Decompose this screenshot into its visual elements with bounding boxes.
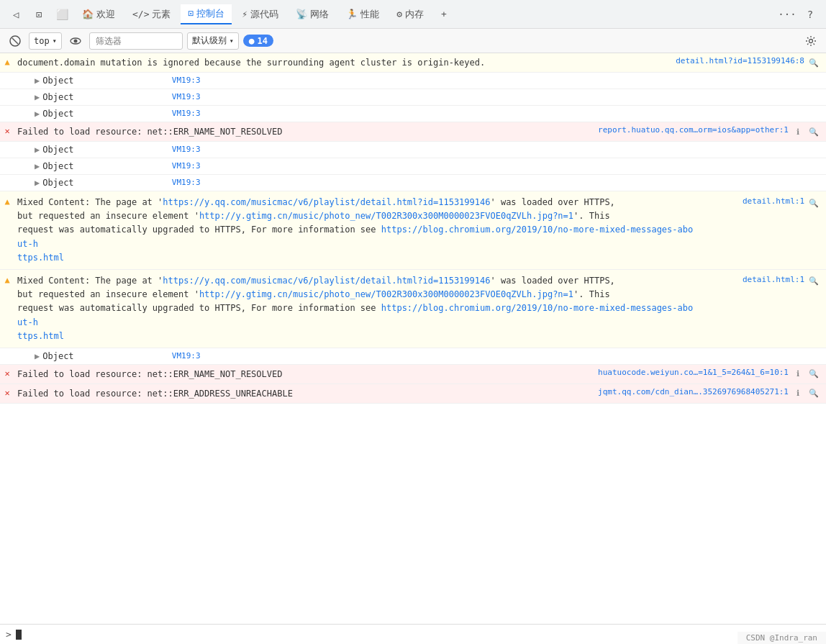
console-row: ▶ Object VM19:3 — [0, 158, 826, 175]
search-icon[interactable]: 🔍 — [807, 56, 820, 69]
expand-arrow-icon[interactable]: ▶ — [35, 161, 40, 171]
console-content: ▲ document.domain mutation is ignored be… — [0, 53, 826, 624]
nav-device-btn[interactable]: ⬜ — [52, 4, 72, 24]
clear-console-btn[interactable] — [6, 32, 24, 50]
tab-elements[interactable]: </> 元素 — [125, 5, 178, 24]
help-btn[interactable]: ? — [800, 4, 820, 24]
eye-icon — [70, 35, 81, 47]
info-icon[interactable]: ℹ — [791, 387, 804, 400]
object-toggle[interactable]: ▶ Object — [14, 143, 77, 156]
row-source[interactable]: VM19:3 — [77, 176, 206, 189]
context-arrow-icon: ▾ — [53, 37, 57, 45]
row-source[interactable]: report.huatuo.qq.com…orm=ios&app=other:1… — [595, 124, 826, 140]
eye-btn[interactable] — [66, 32, 85, 50]
console-cursor — [16, 630, 22, 640]
nav-more: ··· ? — [777, 4, 820, 24]
context-selector[interactable]: top ▾ — [29, 32, 62, 50]
mixed-content-page-link[interactable]: https://y.qq.com/musicmac/v6/playlist/de… — [163, 197, 490, 207]
console-row: ✕ Failed to load resource: net::ERR_NAME… — [0, 122, 826, 142]
nav-inspect-btn[interactable]: ⊡ — [29, 4, 49, 24]
expand-arrow-icon[interactable]: ▶ — [35, 145, 40, 155]
console-row: ▶ Object VM19:3 — [0, 106, 826, 122]
console-row: ▶ Object VM19:3 — [0, 89, 826, 106]
row-source[interactable]: detail.html:1 🔍 — [696, 194, 826, 211]
mixed-content-resource-link-2[interactable]: http://y.gtimg.cn/music/photo_new/T002R3… — [199, 289, 573, 299]
console-row: ▲ Mixed Content: The page at 'https://y.… — [0, 191, 826, 270]
filter-input[interactable] — [89, 32, 183, 50]
object-toggle[interactable]: ▶ Object — [14, 176, 77, 189]
object-toggle[interactable]: ▶ Object — [14, 160, 77, 173]
expand-arrow-icon[interactable]: ▶ — [35, 351, 40, 361]
expand-arrow-icon[interactable]: ▶ — [35, 92, 40, 102]
row-source[interactable]: detail.html?id=1153199146:8 🔍 — [673, 55, 826, 71]
network-icon: 📡 — [296, 9, 307, 19]
object-toggle[interactable]: ▶ Object — [14, 74, 77, 87]
tab-network[interactable]: 📡 网络 — [289, 5, 336, 24]
welcome-icon: 🏠 — [82, 9, 94, 19]
spacer-icon — [0, 91, 14, 93]
spacer-icon — [0, 74, 14, 76]
tab-add[interactable]: + — [434, 6, 454, 22]
error-icon: ✕ — [0, 366, 14, 378]
warning-icon: ▲ — [0, 273, 14, 285]
row-source[interactable]: VM19:3 — [77, 350, 206, 362]
row-source[interactable]: VM19:3 — [77, 107, 206, 119]
svg-line-1 — [12, 38, 18, 44]
expand-arrow-icon[interactable]: ▶ — [35, 178, 40, 188]
console-input-row: > — [0, 624, 826, 644]
tab-source[interactable]: ⚡ 源代码 — [235, 5, 286, 24]
toolbar: top ▾ 默认级别 ▾ ● 14 — [0, 29, 826, 53]
console-prompt: > — [6, 629, 12, 640]
tab-performance[interactable]: 🏃 性能 — [339, 5, 386, 24]
expand-arrow-icon[interactable]: ▶ — [35, 109, 40, 119]
search-icon[interactable]: 🔍 — [807, 125, 820, 138]
tab-welcome[interactable]: 🏠 欢迎 — [75, 5, 122, 24]
row-source[interactable]: VM19:3 — [77, 74, 206, 86]
mixed-content-info-link-2[interactable]: ttps.html — [17, 253, 64, 263]
search-icon[interactable]: 🔍 — [807, 275, 820, 288]
row-source[interactable]: VM19:3 — [77, 160, 206, 172]
object-toggle[interactable]: ▶ Object — [14, 91, 77, 104]
search-icon[interactable]: 🔍 — [807, 196, 820, 209]
row-source[interactable]: detail.html:1 🔍 — [696, 273, 826, 289]
search-icon[interactable]: 🔍 — [807, 387, 820, 400]
warning-icon: ▲ — [0, 55, 14, 67]
elements-icon: </> — [132, 9, 149, 19]
more-options-btn[interactable]: ··· — [777, 4, 797, 24]
object-toggle[interactable]: ▶ Object — [14, 350, 77, 363]
tab-console[interactable]: ⊡ 控制台 — [181, 4, 232, 24]
row-source[interactable]: huatuocode.weiyun.co…=1&1_5=264&1_6=10:1… — [595, 366, 826, 382]
settings-icon — [805, 35, 817, 47]
svg-point-3 — [73, 39, 77, 42]
error-icon: ✕ — [0, 124, 14, 136]
nav-back-btn[interactable]: ◁ — [6, 4, 26, 24]
mixed-content-info-link-4[interactable]: ttps.html — [17, 331, 64, 341]
object-toggle[interactable]: ▶ Object — [14, 107, 77, 120]
expand-arrow-icon[interactable]: ▶ — [35, 76, 40, 86]
warning-icon: ▲ — [0, 194, 14, 207]
row-source[interactable]: VM19:3 — [77, 91, 206, 103]
spacer-icon — [0, 176, 14, 178]
console-row: ▶ Object VM19:3 — [0, 73, 826, 89]
console-row: ✕ Failed to load resource: net::ERR_ADDR… — [0, 384, 826, 404]
settings-btn[interactable] — [802, 32, 820, 50]
top-nav: ◁ ⊡ ⬜ 🏠 欢迎 </> 元素 ⊡ 控制台 ⚡ 源代码 📡 网络 🏃 性能 … — [0, 0, 826, 29]
level-select[interactable]: 默认级别 ▾ — [187, 32, 239, 50]
clear-icon — [9, 35, 21, 47]
console-row: ✕ Failed to load resource: net::ERR_NAME… — [0, 365, 826, 384]
search-icon[interactable]: 🔍 — [807, 368, 820, 381]
console-icon: ⊡ — [188, 8, 194, 19]
mixed-content-page-link-2[interactable]: https://y.qq.com/musicmac/v6/playlist/de… — [163, 276, 490, 286]
spacer-icon — [0, 160, 14, 162]
row-source[interactable]: jqmt.qq.com/cdn_dian….3526976968405271:1… — [595, 386, 826, 402]
console-row: ▲ Mixed Content: The page at 'https://y.… — [0, 270, 826, 348]
info-icon[interactable]: ℹ — [791, 125, 804, 138]
row-source[interactable]: VM19:3 — [77, 143, 206, 155]
mixed-content-resource-link[interactable]: http://y.gtimg.cn/music/photo_new/T002R3… — [199, 211, 573, 221]
performance-icon: 🏃 — [346, 9, 358, 19]
info-icon[interactable]: ℹ — [791, 368, 804, 381]
spacer-icon — [0, 350, 14, 352]
tab-memory[interactable]: ⚙ 内存 — [389, 5, 431, 24]
level-arrow-icon: ▾ — [230, 37, 234, 45]
error-icon: ✕ — [0, 386, 14, 398]
